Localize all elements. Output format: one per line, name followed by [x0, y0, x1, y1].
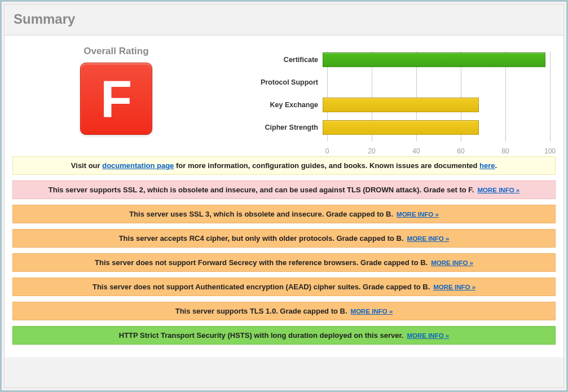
chart-tick-label: 60: [457, 147, 464, 155]
chart-row: Certificate: [243, 52, 550, 67]
more-info-link[interactable]: MORE INFO »: [397, 211, 439, 218]
message-banner: This server accepts RC4 cipher, but only…: [12, 229, 556, 248]
more-info-link[interactable]: MORE INFO »: [407, 235, 450, 242]
score-chart-inner: CertificateProtocol SupportKey ExchangeC…: [243, 51, 550, 142]
score-chart: CertificateProtocol SupportKey ExchangeC…: [243, 46, 556, 142]
chart-row: Key Exchange: [243, 98, 550, 112]
chart-row: Protocol Support: [243, 75, 550, 90]
message-banner: This server uses SSL 3, which is obsolet…: [12, 205, 556, 223]
chart-row-label: Cipher Strength: [243, 124, 323, 131]
chart-bar-track: [323, 52, 545, 67]
chart-tick-label: 0: [325, 147, 329, 155]
chart-bar-track: [323, 75, 545, 90]
section-title: Summary: [14, 11, 554, 27]
chart-row-label: Protocol Support: [243, 78, 323, 86]
chart-grid: CertificateProtocol SupportKey ExchangeC…: [327, 51, 550, 142]
banner-text: HTTP Strict Transport Security (HSTS) wi…: [119, 331, 404, 340]
banner-text: This server accepts RC4 cipher, but only…: [119, 234, 404, 243]
overall-rating-label: Overall Rating: [12, 46, 220, 57]
banner-text: This server does not support Authenticat…: [93, 283, 430, 291]
message-banner: This server supports TLS 1.0. Grade capp…: [12, 302, 556, 320]
chart-bar: [323, 98, 479, 112]
section-header: Summary: [5, 5, 563, 36]
chart-tick-label: 20: [368, 147, 375, 155]
banner-text: for more information, configuration guid…: [174, 161, 479, 170]
section-body: Overall Rating F CertificateProtocol Sup…: [5, 36, 563, 357]
chart-row-label: Certificate: [243, 56, 323, 64]
more-info-link[interactable]: MORE INFO »: [407, 332, 449, 339]
banner-text: This server supports SSL 2, which is obs…: [49, 186, 474, 194]
grade-letter: F: [100, 73, 132, 125]
more-info-link[interactable]: MORE INFO »: [431, 259, 473, 266]
message-banner: This server does not support Forward Sec…: [12, 253, 556, 272]
more-info-link[interactable]: MORE INFO »: [433, 284, 475, 290]
chart-row-label: Key Exchange: [243, 101, 323, 109]
message-banner: This server supports SSL 2, which is obs…: [12, 180, 556, 199]
banner-text: .: [495, 161, 497, 170]
banner-text: This server does not support Forward Sec…: [95, 258, 428, 267]
chart-tick-label: 100: [544, 147, 556, 155]
chart-tick-label: 40: [412, 147, 420, 155]
chart-gridline: [550, 51, 551, 142]
message-banner: HTTP Strict Transport Security (HSTS) wi…: [12, 326, 556, 345]
more-info-link[interactable]: MORE INFO »: [477, 187, 519, 193]
grade-badge: F: [80, 63, 152, 135]
banner-text: This server uses SSL 3, which is obsolet…: [129, 210, 393, 218]
message-banners: Visit our documentation page for more in…: [12, 156, 556, 345]
banner-text: Visit our: [71, 161, 102, 170]
summary-top: Overall Rating F CertificateProtocol Sup…: [12, 46, 556, 142]
chart-bar-track: [323, 120, 545, 135]
message-banner: Visit our documentation page for more in…: [12, 156, 556, 175]
chart-tick-label: 80: [501, 147, 509, 155]
overall-rating: Overall Rating F: [12, 46, 220, 135]
message-banner: This server does not support Authenticat…: [12, 278, 556, 296]
summary-panel: Summary Overall Rating F CertificateProt…: [0, 0, 568, 392]
chart-bar: [323, 120, 479, 135]
chart-row: Cipher Strength: [243, 120, 550, 135]
chart-bar-track: [323, 98, 545, 112]
chart-bar: [323, 52, 545, 67]
banner-link[interactable]: documentation page: [102, 161, 174, 170]
banner-text: This server supports TLS 1.0. Grade capp…: [175, 307, 347, 315]
more-info-link[interactable]: MORE INFO »: [351, 308, 393, 315]
banner-link[interactable]: here: [479, 161, 495, 170]
summary-panel-inner: Summary Overall Rating F CertificateProt…: [4, 4, 564, 388]
